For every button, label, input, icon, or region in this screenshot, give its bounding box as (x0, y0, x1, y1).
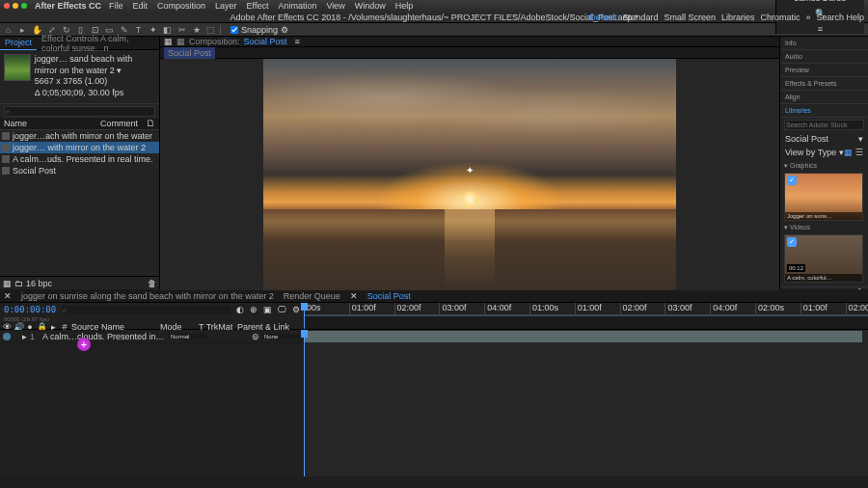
tl-icon[interactable]: ⊕ (250, 305, 258, 314)
trash-icon[interactable]: 🗑 (148, 279, 156, 288)
bin-item[interactable]: jogger… with mirror on the water 2 (0, 142, 159, 153)
layer-row[interactable]: ▸ 1 A calm…clouds. Presented in real tim… (0, 330, 304, 343)
view-by-select[interactable]: View by Type ▾ ▦ ☰ (780, 146, 868, 159)
library-thumb[interactable]: ✓ Jogger on suns… (784, 173, 863, 221)
project-search[interactable] (4, 106, 155, 117)
bin-item[interactable]: Social Post (0, 165, 159, 176)
tl-tab-render[interactable]: Render Queue (284, 291, 340, 301)
playhead[interactable] (304, 303, 305, 329)
tl-tab-icon2[interactable]: ✕ (350, 291, 358, 301)
search-help[interactable]: Search Help (816, 13, 864, 22)
layer-visibility-icon[interactable] (3, 333, 11, 340)
layer-panel-icon[interactable]: ▦ (164, 37, 173, 46)
menu-composition[interactable]: Composition (157, 1, 205, 11)
layer-parent[interactable]: None (262, 334, 301, 339)
ws-chromatic[interactable]: Chromatic (760, 13, 800, 22)
layer-name[interactable]: A calm…clouds. Presented in real time. (42, 332, 166, 341)
tab-project[interactable]: Project (0, 36, 37, 50)
menu-layer[interactable]: Layer (215, 1, 237, 11)
ws-more-icon[interactable]: » (805, 13, 810, 22)
col-type-icon[interactable]: 🗋 (147, 119, 159, 128)
tl-tab-active[interactable]: Social Post (367, 291, 411, 301)
menu-window[interactable]: Window (355, 1, 386, 11)
bin-item[interactable]: A calm…uds. Presented in real time. (0, 153, 159, 165)
workspace-switcher[interactable]: Default Standard Small Screen Libraries … (589, 13, 864, 22)
comp-frame: ✦ (263, 59, 676, 290)
tl-icon[interactable]: ⚙ (292, 305, 300, 314)
folder-icon[interactable]: 🗀 (14, 279, 23, 288)
menubar-user: James Duree (795, 0, 847, 3)
composition-viewer[interactable]: ✦ (160, 59, 779, 290)
col-comment[interactable]: Comment (96, 119, 142, 128)
ws-standard[interactable]: Standard (623, 13, 659, 22)
footage-icon (2, 155, 10, 163)
menu-icon[interactable]: ≡ (818, 24, 823, 34)
tl-icon[interactable]: 🖵 (278, 305, 286, 314)
timeline-tracks[interactable] (304, 330, 868, 476)
thumb-duration: 00:12 (787, 264, 805, 272)
panel-info[interactable]: Info (780, 37, 868, 50)
menu-edit[interactable]: Edit (133, 1, 149, 11)
app-menu[interactable]: File Edit Composition Layer Effect Anima… (109, 1, 413, 11)
ws-default[interactable]: Default (589, 13, 617, 22)
ws-libraries[interactable]: Libraries (721, 13, 755, 22)
panel-effects[interactable]: Effects & Presets (780, 77, 868, 91)
footage-icon (2, 144, 10, 151)
col-name[interactable]: Name (0, 119, 96, 128)
menu-help[interactable]: Help (395, 1, 414, 11)
window-traffic-lights[interactable] (4, 3, 27, 9)
interpret-icon[interactable]: ▦ (3, 279, 12, 288)
group-videos[interactable]: ▾ Videos (784, 223, 864, 232)
panel-preview[interactable]: Preview (780, 64, 868, 77)
home-icon[interactable]: ⌂ (3, 24, 14, 35)
layer-list[interactable]: ▸ 1 A calm…clouds. Presented in real tim… (0, 330, 304, 476)
tl-icon[interactable]: ▣ (263, 305, 272, 314)
timecode[interactable]: 0:00:00:00 (4, 305, 56, 314)
puppet-tool[interactable]: ⬚ (205, 24, 216, 35)
menu-effect[interactable]: Effect (247, 1, 269, 11)
comp-tab[interactable]: Social Post (244, 37, 287, 46)
playhead[interactable] (304, 330, 305, 476)
grid-view-icon[interactable]: ▦ (844, 148, 853, 157)
menu-view[interactable]: View (326, 1, 344, 11)
tl-icon[interactable]: ◐ (236, 305, 244, 314)
panel-audio[interactable]: Audio (780, 50, 868, 64)
roto-tool[interactable]: ★ (191, 24, 202, 35)
comp-breadcrumb[interactable]: Social Post (164, 47, 215, 59)
menu-animation[interactable]: Animation (278, 1, 316, 11)
layer-mode[interactable]: Normal (169, 334, 207, 339)
bin-item[interactable]: jogger…ach with mirror on the water (0, 130, 159, 142)
work-area[interactable] (304, 314, 868, 316)
timeline-search[interactable] (62, 306, 231, 314)
licensed-badge-icon: ✓ (787, 176, 797, 185)
selection-tool[interactable]: ▸ (17, 24, 28, 35)
eraser-tool[interactable]: ✂ (176, 24, 187, 35)
panel-menu-icon[interactable]: ≡ (295, 37, 300, 46)
parent-pick-icon[interactable]: ⊚ (252, 332, 259, 341)
asset-thumbnail[interactable] (4, 54, 31, 81)
anchor-point-icon[interactable]: ✦ (466, 165, 474, 176)
libraries-search[interactable] (784, 120, 864, 130)
clone-tool[interactable]: ◧ (162, 24, 173, 35)
thumb-caption: Jogger on suns… (785, 212, 862, 220)
project-asset-header: jogger… sand beach with mirror on the wa… (0, 50, 159, 104)
list-view-icon[interactable]: ☰ (855, 148, 863, 157)
snapping-toggle[interactable]: Snapping ⚙ (231, 25, 288, 35)
right-panels: Info Audio Preview Effects & Presets Ali… (779, 37, 868, 289)
panel-align[interactable]: Align (780, 91, 868, 104)
snapping-checkbox[interactable] (231, 26, 238, 34)
tl-tab-comp1[interactable]: jogger on sunrise along the sand beach w… (21, 291, 274, 301)
project-bin[interactable]: jogger…ach with mirror on the water jogg… (0, 130, 159, 276)
timeline-ruler-area[interactable]: 00s 01:00f 02:00f 03:00f 04:00f 01:00s 0… (304, 303, 868, 329)
snap-opts-icon[interactable]: ⚙ (281, 25, 288, 35)
layer-clip[interactable] (304, 331, 862, 342)
tl-tab-icon[interactable]: ✕ (4, 291, 12, 301)
group-graphics[interactable]: ▾ Graphics (784, 161, 864, 171)
bpc-toggle[interactable]: 16 bpc (26, 279, 52, 288)
library-thumb[interactable]: ✓ 00:12 A calm, colorful… (784, 234, 863, 283)
menu-file[interactable]: File (109, 1, 123, 11)
library-select[interactable]: Social Post▾ (780, 132, 868, 146)
project-panel: Project Effect Controls A calm, colorful… (0, 37, 160, 289)
ws-small[interactable]: Small Screen (664, 13, 716, 22)
panel-libraries[interactable]: Libraries (780, 104, 868, 118)
